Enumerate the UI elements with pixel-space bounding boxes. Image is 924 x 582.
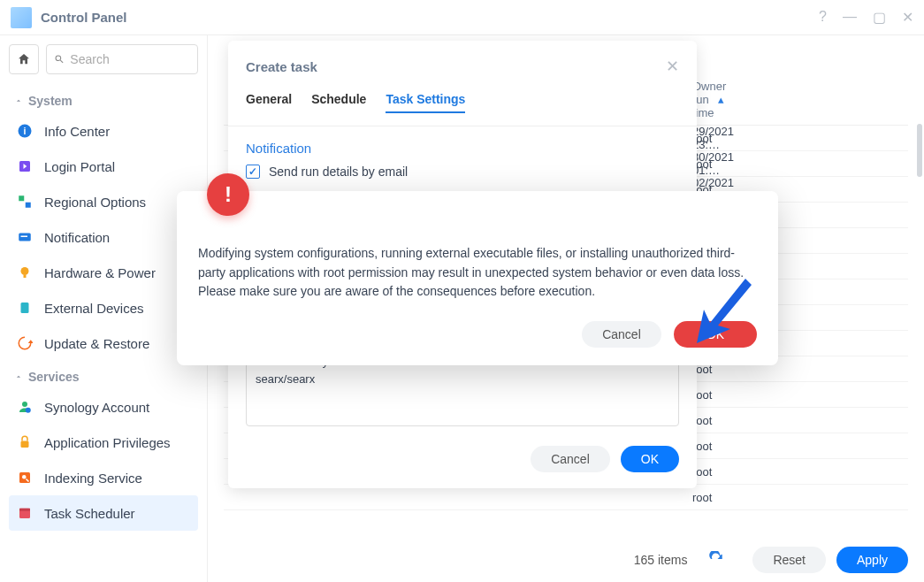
bulb-icon <box>16 264 34 281</box>
section-system[interactable]: System <box>9 85 198 113</box>
sidebar-item-label: Indexing Service <box>44 471 142 486</box>
close-icon[interactable]: ✕ <box>666 57 679 76</box>
home-button[interactable] <box>9 44 39 74</box>
cell-owner: root <box>692 491 908 504</box>
svg-point-10 <box>22 402 27 407</box>
chevron-up-icon <box>14 372 23 381</box>
warning-modal: ! Modifying system configurations, runni… <box>177 191 778 365</box>
annotation-arrow-icon <box>697 274 759 345</box>
sidebar-item-application-privileges[interactable]: Application Privileges <box>9 425 198 460</box>
cell-owner: root <box>692 132 908 145</box>
reset-button[interactable]: Reset <box>752 547 826 573</box>
items-count: 165 items <box>634 553 688 567</box>
svg-rect-4 <box>26 203 31 208</box>
svg-rect-3 <box>19 195 24 201</box>
sidebar-item-info-center[interactable]: iInfo Center <box>9 113 198 149</box>
chevron-up-icon <box>14 96 23 105</box>
update-icon <box>16 334 34 352</box>
cell-owner: root <box>692 440 908 453</box>
notification-section-title: Notification <box>246 141 679 156</box>
sidebar-item-label: Synology Account <box>44 400 149 415</box>
ok-button[interactable]: OK <box>621 446 679 472</box>
svg-rect-6 <box>21 236 28 238</box>
search-input[interactable] <box>70 52 190 66</box>
warn-cancel-button[interactable]: Cancel <box>582 321 661 348</box>
refresh-icon[interactable] <box>708 551 724 570</box>
sidebar-item-login-portal[interactable]: Login Portal <box>9 149 198 184</box>
sidebar-item-label: Info Center <box>44 124 110 139</box>
tab-task-settings[interactable]: Task Settings <box>386 92 465 113</box>
cell-owner: root <box>692 157 908 171</box>
svg-rect-12 <box>21 441 29 448</box>
sidebar-item-indexing-service[interactable]: Indexing Service <box>9 460 198 495</box>
warning-icon: ! <box>207 173 249 216</box>
sidebar-item-task-scheduler[interactable]: Task Scheduler <box>9 495 198 531</box>
col-header-owner[interactable]: Owner <box>692 80 908 119</box>
cell-owner: root <box>692 465 908 479</box>
section-label: System <box>28 94 73 108</box>
help-icon[interactable]: ? <box>819 9 827 26</box>
notify-icon <box>16 228 34 246</box>
tab-general[interactable]: General <box>246 92 292 113</box>
svg-text:i: i <box>24 126 27 136</box>
svg-rect-9 <box>21 302 29 313</box>
warning-text: Modifying system configurations, running… <box>198 244 757 302</box>
index-icon <box>16 469 34 486</box>
lock-icon <box>16 433 34 451</box>
apply-button[interactable]: Apply <box>836 547 908 573</box>
sidebar-item-external-devices[interactable]: External Devices <box>9 290 198 325</box>
info-icon: i <box>16 122 34 140</box>
svg-point-14 <box>22 475 27 479</box>
search-icon <box>54 53 65 65</box>
modal-title: Create task <box>246 59 317 74</box>
sidebar-item-label: Update & Restore <box>44 336 149 351</box>
svg-rect-8 <box>24 275 27 278</box>
checkbox-icon[interactable] <box>246 165 260 179</box>
sidebar-item-hardware-power[interactable]: Hardware & Power <box>9 255 198 290</box>
sidebar-item-regional-options[interactable]: Regional Options <box>9 184 198 219</box>
sidebar-item-label: Regional Options <box>44 195 146 210</box>
cancel-button[interactable]: Cancel <box>531 446 610 472</box>
sidebar-item-label: Notification <box>44 230 110 245</box>
window-title: Control Panel <box>41 10 127 25</box>
tab-schedule[interactable]: Schedule <box>311 92 366 113</box>
section-services[interactable]: Services <box>9 361 198 389</box>
account-icon <box>16 398 34 416</box>
svg-point-7 <box>21 267 29 275</box>
svg-point-11 <box>26 408 31 413</box>
app-icon <box>11 7 32 28</box>
cell-owner: root <box>692 388 908 402</box>
maximize-icon[interactable]: ▢ <box>873 9 886 26</box>
close-icon[interactable]: ✕ <box>902 9 913 26</box>
window-controls: ? — ▢ ✕ <box>819 9 913 26</box>
modal-tabs: General Schedule Task Settings <box>228 85 697 126</box>
portal-icon <box>16 157 34 175</box>
home-icon <box>17 52 31 66</box>
usb-icon <box>16 299 34 317</box>
sidebar-item-label: Login Portal <box>44 159 115 174</box>
sidebar-item-label: External Devices <box>44 301 144 316</box>
svg-rect-16 <box>19 509 30 511</box>
region-icon <box>16 193 34 211</box>
footer-bar: 165 items Reset Apply <box>224 547 908 573</box>
scrollbar-thumb[interactable] <box>917 124 922 177</box>
send-email-checkbox-row[interactable]: Send run details by email <box>246 165 679 179</box>
sidebar-item-synology-account[interactable]: Synology Account <box>9 389 198 425</box>
sidebar-item-label: Task Scheduler <box>44 506 135 521</box>
calendar-icon <box>16 504 34 522</box>
titlebar: Control Panel ? — ▢ ✕ <box>0 0 924 35</box>
sidebar-item-update-restore[interactable]: Update & Restore <box>9 325 198 361</box>
minimize-icon[interactable]: — <box>843 9 857 26</box>
sidebar-item-label: Hardware & Power <box>44 265 156 280</box>
sidebar-item-notification[interactable]: Notification <box>9 219 198 255</box>
scrollbar[interactable] <box>917 124 922 513</box>
sidebar-item-label: Application Privileges <box>44 435 171 450</box>
table-row[interactable]: root <box>224 485 908 510</box>
checkbox-label: Send run details by email <box>269 165 408 179</box>
cell-owner: root <box>692 414 908 427</box>
search-input-wrap[interactable] <box>46 44 198 74</box>
section-label: Services <box>28 370 80 384</box>
